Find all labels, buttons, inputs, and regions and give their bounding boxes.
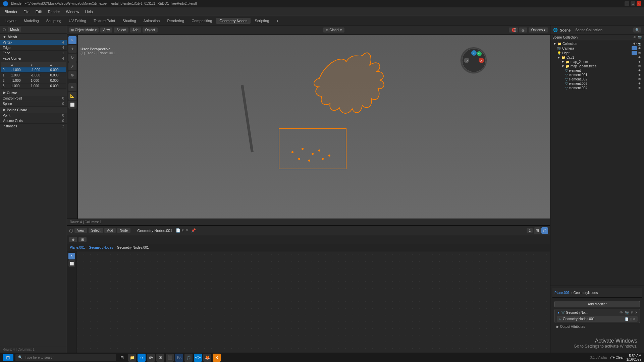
face-row[interactable]: Face 1 — [0, 51, 67, 56]
breadcrumb-geonodes[interactable]: GeometryNodes — [89, 246, 113, 249]
taskbar-app-code[interactable]: ≺≻ — [194, 354, 202, 362]
table-row[interactable]: 31.0001.0000.000 — [1, 83, 66, 89]
tab-layout[interactable]: Layout — [2, 18, 20, 24]
render-icon[interactable]: 📷 — [638, 36, 642, 39]
tree-city1[interactable]: ▼ 📁 City1 👁 — [552, 55, 643, 60]
start-button[interactable]: ⊞ — [3, 354, 13, 361]
modifier-copy-icon[interactable]: ⎘ — [631, 311, 633, 314]
edge-row[interactable]: Edge 4 — [0, 45, 67, 51]
node-select-tool[interactable]: ↖ — [68, 253, 75, 259]
render-icon[interactable]: 📷 — [638, 42, 641, 46]
geonodes-vis-icon[interactable]: 📄 — [625, 317, 629, 321]
modifier-render-icon[interactable]: 📷 — [625, 311, 629, 314]
add-modifier-button[interactable]: Add Modifier — [554, 301, 640, 307]
tab-compositing[interactable]: Compositing — [188, 18, 215, 24]
taskbar-app-unknown1[interactable]: 🎵 — [184, 354, 193, 362]
point-row[interactable]: Point 0 — [0, 113, 67, 118]
node-canvas[interactable]: ↖ ⬜ ▶ Group Input Geometry ◈ Object Info — [67, 251, 550, 353]
eye-icon[interactable]: 👁 — [633, 42, 637, 46]
eye-map-icon[interactable]: 👁 — [638, 60, 641, 64]
table-row[interactable]: 11.000-1.0000.000 — [1, 73, 66, 78]
output-attrs-label[interactable]: ▶ Output Attributes — [554, 324, 640, 329]
menu-blender[interactable]: Blender — [2, 9, 20, 14]
tree-light[interactable]: 💡 Light 👁 — [552, 51, 643, 55]
taskbar-app-ps[interactable]: Ps — [175, 354, 183, 362]
transform-selector[interactable]: ⊕ Global ▾ — [323, 27, 344, 33]
taskbar-app-store[interactable]: 🛍 — [147, 354, 155, 362]
node-view-btn-1[interactable]: ⊞ — [534, 227, 541, 234]
tab-texture-paint[interactable]: Texture Paint — [90, 18, 118, 24]
modifier-geonodes-entry[interactable]: ▽ Geometry Nodes.001 📄 ⎘ ✕ — [557, 316, 638, 322]
node-slot-num[interactable]: 1 — [527, 228, 533, 233]
tree-element-003[interactable]: ▽ element.003 👁 — [552, 81, 643, 86]
search-input[interactable] — [25, 356, 113, 359]
maximize-button[interactable]: □ — [631, 1, 635, 6]
taskbar-app-terminal[interactable]: ⬛ — [166, 354, 174, 362]
mesh-section-header[interactable]: ▼ Mesh — [0, 34, 67, 40]
add-cube-tool[interactable]: ⬜ — [68, 101, 76, 109]
node-file-icon[interactable]: 📄 — [176, 228, 180, 233]
geonodes-copy-icon[interactable]: ⎘ — [630, 317, 632, 321]
taskbar-app-edge[interactable]: e — [138, 354, 146, 362]
menu-help[interactable]: Help — [83, 9, 96, 14]
node-box-select[interactable]: ⬜ — [68, 260, 75, 267]
select-menu[interactable]: Select — [114, 27, 128, 33]
tab-uv-editing[interactable]: UV Editing — [65, 18, 90, 24]
instances-row[interactable]: Instances 2 — [0, 124, 67, 129]
menu-window[interactable]: Window — [63, 9, 82, 14]
mesh-type-selector[interactable]: Mesh — [8, 27, 21, 32]
node-copy-icon[interactable]: ⎘ — [182, 229, 184, 233]
tree-collection[interactable]: ▼ 📁 Collection 👁 📷 — [552, 42, 643, 46]
options-btn[interactable]: Options ▾ — [529, 27, 548, 33]
tree-camera[interactable]: 📷 Camera 👁 — [552, 46, 643, 51]
node-add-menu[interactable]: Add — [104, 228, 116, 233]
face-corner-row[interactable]: Face Corner 4 — [0, 56, 67, 61]
eye-element001-icon[interactable]: 👁 — [638, 73, 641, 77]
menu-edit[interactable]: Edit — [33, 9, 45, 14]
tab-rendering[interactable]: Rendering — [164, 18, 187, 24]
task-view-btn[interactable]: ⊟ — [118, 354, 126, 362]
navigation-gizmo[interactable]: X -X Z Y — [460, 47, 487, 74]
curve-section-header[interactable]: ▶ Curve — [0, 89, 67, 96]
eye-light-icon[interactable]: 👁 — [638, 51, 641, 55]
right-panel-search[interactable]: 🔍 — [633, 27, 641, 33]
geonodes-close-icon[interactable]: ✕ — [633, 317, 636, 321]
move-tool[interactable]: ✛ — [68, 45, 76, 53]
geonodes-001-entry[interactable]: ▽ Geometry Nodes.001 📄 ⎘ ✕ — [557, 316, 638, 322]
eye-element-icon[interactable]: 👁 — [638, 69, 641, 72]
taskbar-app-firefox[interactable]: 🦊 — [203, 354, 211, 362]
transform-tool[interactable]: ⊕ — [68, 71, 76, 79]
menu-render[interactable]: Render — [45, 9, 63, 14]
close-button[interactable]: ✕ — [637, 1, 641, 6]
node-select-menu[interactable]: Select — [89, 228, 103, 233]
breadcrumb-plane-right[interactable]: Plane.001 — [554, 291, 570, 295]
viewport-area[interactable]: ⊞ Object Mode ▾ View Select Add Object ⊕… — [67, 25, 550, 225]
measure-tool[interactable]: 📐 — [68, 92, 76, 100]
node-editor-area[interactable]: ⬡ View Select Add Node Geometry Nodes.00… — [67, 225, 550, 353]
eye-cam-icon[interactable]: 👁 — [638, 47, 641, 50]
tab-sculpting[interactable]: Sculpting — [43, 18, 65, 24]
table-row[interactable]: 2-1.0001.0000.000 — [1, 78, 66, 83]
tree-element-001[interactable]: ▽ element.001 👁 — [552, 73, 643, 77]
node-snap-btn[interactable]: ⊕ — [69, 237, 77, 242]
taskbar-app-mail[interactable]: ✉ — [156, 354, 164, 362]
minimize-button[interactable]: ─ — [625, 1, 629, 6]
tab-modeling[interactable]: Modeling — [20, 18, 42, 24]
node-close-icon[interactable]: ✕ — [185, 228, 189, 233]
tab-shading[interactable]: Shading — [119, 18, 139, 24]
modifier-close-icon[interactable]: ✕ — [635, 311, 638, 314]
taskbar-search[interactable]: 🔍 — [15, 354, 116, 361]
tree-element[interactable]: ▽ element 👁 — [552, 68, 643, 73]
node-node-menu[interactable]: Node — [117, 228, 130, 233]
rotate-tool[interactable]: ↻ — [68, 54, 76, 62]
snap-btn[interactable]: 🧲 — [509, 27, 518, 33]
vertex-row[interactable]: Vertex 4 — [0, 40, 67, 45]
tree-element-004[interactable]: ▽ element.004 👁 — [552, 86, 643, 90]
node-view-menu[interactable]: View — [74, 228, 87, 233]
tree-element-002[interactable]: ▽ element.002 👁 — [552, 77, 643, 81]
eye-element003-icon[interactable]: 👁 — [638, 82, 641, 85]
eye-element004-icon[interactable]: 👁 — [638, 86, 641, 90]
control-point-row[interactable]: Control Point 0 — [0, 96, 67, 101]
add-menu[interactable]: Add — [130, 27, 141, 33]
spline-row[interactable]: Spline 0 — [0, 101, 67, 107]
